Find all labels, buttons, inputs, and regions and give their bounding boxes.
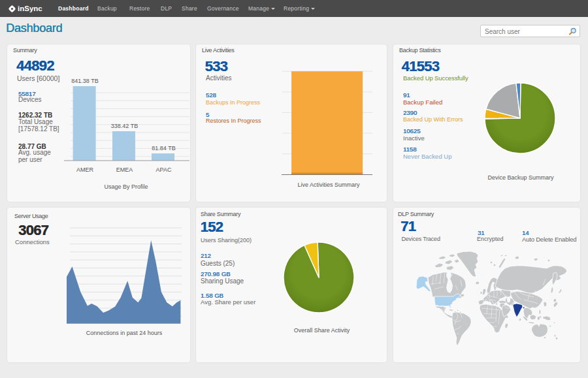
svg-text:81.84 TB: 81.84 TB [152,145,175,151]
svg-text:338.42 TB: 338.42 TB [111,123,138,129]
svg-text:841.38 TB: 841.38 TB [71,78,98,84]
svg-text:APAC: APAC [156,166,172,173]
svg-text:EMEA: EMEA [116,166,133,173]
svg-text:AMER: AMER [76,166,94,173]
